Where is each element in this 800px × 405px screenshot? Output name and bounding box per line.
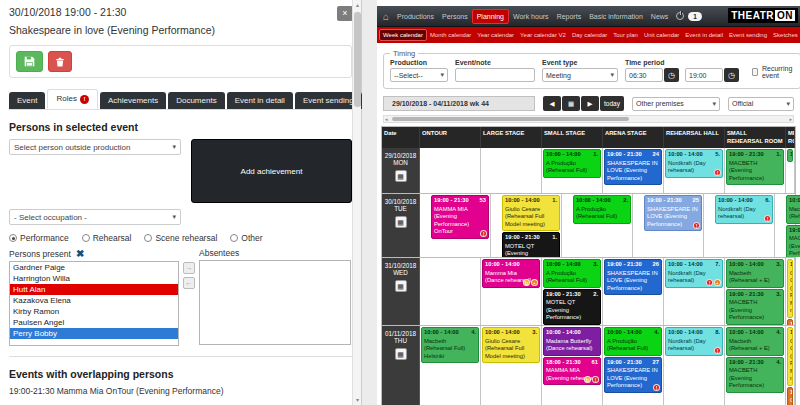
recurring-event-checkbox[interactable]: [752, 68, 758, 76]
calendar-event[interactable]: 18:00 - 21:30Cab: [787, 319, 793, 325]
calendar-cell[interactable]: 19:00 - 21:30: [786, 148, 795, 193]
calendar-cell[interactable]: 10:00 - 14:00Madama Butterfly (Dance reh…: [542, 326, 603, 405]
calendar-cell[interactable]: 10:00 - 14:004.Macbeth (Rehearsal + E)19…: [725, 326, 786, 405]
calendar-event[interactable]: 19:00 - 21:302.MACBETH (Evening Performa…: [786, 225, 800, 257]
calendar-event[interactable]: 10:00 - 14:006.Nordkraft (Day rehearsal)…: [715, 195, 773, 224]
calendar-event[interactable]: 10:00 - 14:004.Macbeth (Rehearsal Full) …: [421, 327, 479, 363]
calendar-event[interactable]: 18:00 - 21:3061MAMMA MIA (Evening rehear…: [543, 357, 601, 386]
calendar-cell[interactable]: 10:00 - 14:00Giulio Cesare (Rehearsal Fu…: [786, 326, 795, 405]
calendar-event[interactable]: 19:00 - 21:3027SHAKESPEARE IN LOVE (Even…: [604, 357, 662, 393]
persons-present-list[interactable]: Gardner PaigeHarrington WillaHutt AlanKa…: [9, 261, 179, 346]
list-item[interactable]: Gardner Paige: [10, 262, 178, 273]
calendar-cell[interactable]: 10:00 - 14:001.A Produção (Rehearsal Ful…: [542, 148, 603, 193]
event-note-input[interactable]: [455, 68, 535, 82]
calendar-event[interactable]: 10:00 - 14:003.Giulio Cesare (Rehearsal …: [482, 327, 540, 363]
tab-roles[interactable]: Roles!: [47, 89, 97, 109]
visibility-select[interactable]: Official ▾: [728, 97, 794, 111]
scrollbar-thumb[interactable]: [392, 117, 629, 121]
subnav-item-year-calendar-v2[interactable]: Year calendar V2: [517, 30, 569, 40]
subnav-item-event-sending[interactable]: Event sending: [726, 30, 770, 40]
calendar-cell[interactable]: 10:00 - 14:003.Giulio Cesare (Rehearsal …: [481, 326, 542, 405]
calendar-event[interactable]: 10:00 - 14:00Mamma Mia (Dance rehearsal)…: [482, 259, 540, 288]
scroll-left-icon[interactable]: ◂: [385, 116, 388, 122]
calendar-event[interactable]: 19:00 - 21:30: [787, 149, 793, 162]
scroll-down-icon[interactable]: ▾: [353, 395, 362, 405]
clear-selection-icon[interactable]: ✖: [76, 248, 84, 259]
calendar-event[interactable]: 10:00 - 14:00Giulio Cesare (Rehearsal Fu…: [787, 327, 793, 386]
calendar-cell[interactable]: 10:00 - 14:005.Nordkraft (Day rehearsal)…: [664, 148, 725, 193]
date-calendar-button[interactable]: ▦: [395, 216, 407, 228]
list-item[interactable]: Kazakova Elena: [10, 295, 178, 306]
calendar-event[interactable]: 10:00 - 14:008.Nordkraft (Day rehearsal)…: [665, 327, 723, 356]
calendar-cell[interactable]: 10:00 - 14:006.Nordkraft (Day rehearsal)…: [714, 194, 775, 257]
event-type-select[interactable]: Meeting ▾: [542, 68, 618, 82]
list-item[interactable]: Paulsen Angel: [10, 317, 178, 328]
calendar-cell[interactable]: [420, 258, 481, 325]
calendar-event[interactable]: 18:00 - 21:30Cab: [787, 387, 793, 405]
subnav-item-unit-calendar[interactable]: Unit calendar: [641, 30, 682, 40]
calendar-cell[interactable]: 10:00 - 14:002.Macbeth (Rehearsal + E)19…: [785, 194, 800, 257]
subnav-item-event-in-detail[interactable]: Event in detail: [682, 30, 726, 40]
calendar-cell[interactable]: 10:00 - 14:004.Macbeth (Rehearsal Full) …: [420, 326, 481, 405]
calendar-cell[interactable]: [420, 148, 481, 193]
calendar-cell[interactable]: 19:00 - 21:3024SHAKESPEARE IN LOVE (Even…: [603, 148, 664, 193]
nav-item-productions[interactable]: Productions: [393, 10, 438, 23]
subnav-item-week-calendar[interactable]: Week calendar: [379, 29, 427, 41]
scrollbar-thumb[interactable]: [354, 12, 361, 107]
list-item[interactable]: Harrington Willa: [10, 273, 178, 284]
start-time-input[interactable]: 06:30: [625, 68, 663, 82]
subnav-item-year-calendar[interactable]: Year calendar: [474, 30, 517, 40]
list-item[interactable]: Perry Bobby: [10, 328, 178, 339]
calendar-event[interactable]: 19:00 - 21:3053MAMMA MIA (Evening Perfor…: [431, 195, 489, 239]
calendar-event[interactable]: 19:00 - 21:304.MACBETH (Evening Performa…: [726, 357, 784, 393]
move-right-button[interactable]: →: [183, 262, 195, 274]
production-select[interactable]: --Select-- ▾: [390, 68, 448, 82]
date-calendar-button[interactable]: ▦: [395, 170, 407, 182]
nav-item-reports[interactable]: Reports: [553, 10, 586, 23]
tab-documents[interactable]: Documents: [168, 92, 224, 109]
calendar-cell[interactable]: 19:00 - 21:3053MAMMA MIA (Evening Perfor…: [430, 194, 491, 257]
today-button[interactable]: today: [600, 96, 624, 111]
date-calendar-button[interactable]: ▦: [395, 280, 407, 292]
radio-main-performance[interactable]: Performance: [9, 233, 69, 243]
calendar-event[interactable]: 10:00 - 14:002.A Produção (Rehearsal Ful…: [573, 195, 631, 224]
calendar-event[interactable]: 19:00 - 21:303.MACBETH (Evening Performa…: [726, 289, 784, 325]
tab-event-in-detail[interactable]: Event in detail: [227, 92, 293, 109]
end-time-input[interactable]: 19:00: [685, 68, 723, 82]
list-item[interactable]: Kirby Ramon: [10, 306, 178, 317]
calendar-event[interactable]: 19:00 - 21:3025SHAKESPEARE IN LOVE (Even…: [644, 195, 702, 231]
calendar-cell[interactable]: [481, 148, 542, 193]
calendar-cell[interactable]: 19:00 - 21:3026SHAKESPEARE IN LOVE (Even…: [603, 258, 664, 325]
save-button[interactable]: [16, 51, 43, 72]
calendar-event[interactable]: 10:00 - 14:004.Macbeth (Rehearsal + E): [726, 327, 784, 356]
date-calendar-button[interactable]: ▦: [395, 348, 407, 360]
calendar-cell[interactable]: 10:00 - 14:002.A Produção (Rehearsal Ful…: [572, 194, 633, 257]
notification-badge[interactable]: 1: [688, 12, 702, 21]
calendar-event[interactable]: 19:00 - 21:302.MOTEL QT (Evening Perform…: [543, 289, 601, 325]
subnav-item-month-calendar[interactable]: Month calendar: [427, 30, 474, 40]
calendar-cell[interactable]: 10:00 - 14:001.Giulio Cesare (Rehearsal …: [501, 194, 562, 257]
tab-achievements[interactable]: Achievements: [100, 92, 166, 109]
calendar-horizontal-scrollbar[interactable]: ◂ ▸: [383, 115, 794, 123]
calendar-event[interactable]: 19:00 - 21:301.MOTEL QT (Evening Perform…: [502, 232, 560, 257]
calendar-cell[interactable]: 10:00 - 14:00Giulio Cesare (Rehearsal Fu…: [786, 258, 795, 325]
calendar-cell[interactable]: 10:00 - 14:003.A Produção (Rehearsal Ful…: [542, 258, 603, 325]
move-left-button[interactable]: ←: [183, 277, 195, 289]
calendar-event[interactable]: 10:00 - 14:002.Macbeth (Rehearsal + E): [786, 195, 800, 224]
calendar-event[interactable]: 10:00 - 14:001.A Produção (Rehearsal Ful…: [543, 149, 601, 178]
nav-item-basic-information[interactable]: Basic information: [585, 10, 647, 23]
calendar-event[interactable]: 10:00 - 14:004.A Produção (Rehearsal Ful…: [604, 327, 662, 356]
calendar-event[interactable]: 19:00 - 21:301.MACBETH (Evening Performa…: [726, 149, 784, 185]
scroll-right-icon[interactable]: ▸: [789, 116, 792, 122]
calendar-cell[interactable]: 10:00 - 14:008.Nordkraft (Day rehearsal)…: [664, 326, 725, 405]
absentees-list[interactable]: [199, 260, 351, 345]
radio-main-scene-rehearsal[interactable]: Scene rehearsal: [144, 233, 217, 243]
premises-select[interactable]: Other premises ▾: [632, 97, 720, 111]
calendar-cell[interactable]: 10:00 - 14:004.A Produção (Rehearsal Ful…: [603, 326, 664, 405]
calendar-cell[interactable]: 10:00 - 14:00Mamma Mia (Dance rehearsal)…: [481, 258, 542, 325]
tab-event[interactable]: Event: [9, 92, 45, 109]
calendar-cell[interactable]: 10:00 - 14:003.Macbeth (Rehearsal + E)19…: [725, 258, 786, 325]
clock-icon[interactable]: ◷: [724, 68, 739, 82]
person-outside-production-select[interactable]: Select person outside production ▾: [9, 139, 181, 155]
occupation-select[interactable]: - Select occupation - ▾: [9, 209, 181, 225]
